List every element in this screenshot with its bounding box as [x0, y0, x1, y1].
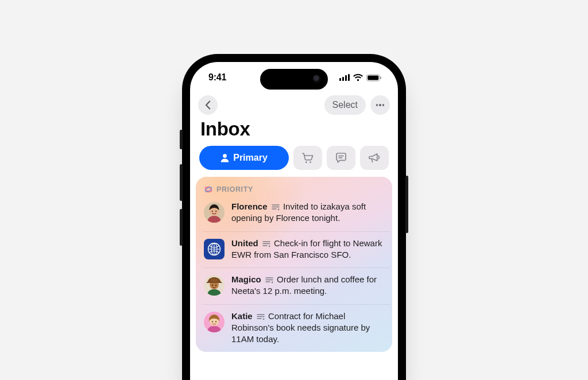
avatar: [204, 275, 225, 296]
svg-point-11: [212, 211, 213, 212]
ellipsis-icon: [376, 104, 378, 106]
tab-updates[interactable]: [327, 146, 355, 170]
avatar: [204, 202, 225, 223]
summary-text: Contract for Michael Robinson's book nee…: [231, 311, 370, 344]
summary-icon: [265, 276, 273, 284]
svg-point-3: [305, 161, 307, 163]
priority-item-body: Magico Order lunch and coffee for Neeta'…: [231, 274, 386, 297]
tab-transactions[interactable]: [293, 146, 322, 170]
nav-row: Select: [190, 93, 398, 117]
svg-point-26: [215, 321, 216, 322]
svg-point-20: [212, 285, 213, 286]
avatar: [204, 239, 225, 259]
megaphone-icon: [369, 153, 380, 163]
battery-icon: [366, 74, 382, 82]
more-button[interactable]: [370, 95, 390, 115]
phone-side-button: [180, 130, 183, 149]
priority-item[interactable]: Magico Order lunch and coffee for Neeta'…: [203, 267, 390, 304]
priority-item[interactable]: Florence Invited to izakaya soft opening…: [203, 200, 390, 231]
svg-point-21: [215, 285, 216, 286]
svg-rect-1: [368, 75, 378, 80]
sender-name: Katie: [231, 311, 253, 321]
wifi-icon: [353, 74, 363, 82]
phone-side-button: [180, 164, 183, 201]
select-button[interactable]: Select: [324, 95, 366, 115]
priority-label: PRIORITY: [216, 185, 253, 193]
status-time: 9:41: [208, 72, 226, 83]
sender-name: Magico: [231, 274, 261, 284]
phone-frame: 9:41 Sele: [182, 54, 406, 380]
priority-item[interactable]: United Check-in for flight to Newark EWR…: [203, 231, 390, 268]
svg-point-12: [215, 211, 216, 212]
apple-intelligence-icon: [204, 185, 213, 194]
category-row: Primary: [190, 144, 398, 177]
screen: 9:41 Sele: [190, 62, 398, 380]
page-title: Inbox: [190, 117, 398, 144]
tab-promotions[interactable]: [360, 146, 389, 170]
svg-point-4: [310, 161, 311, 163]
person-icon: [220, 153, 229, 162]
priority-item-body: United Check-in for flight to Newark EWR…: [231, 238, 386, 261]
svg-rect-2: [380, 76, 381, 79]
back-button[interactable]: [198, 95, 218, 115]
sender-name: Florence: [231, 201, 268, 211]
tab-primary[interactable]: Primary: [199, 146, 289, 170]
priority-item-body: Katie Contract for Michael Robinson's bo…: [231, 311, 386, 346]
avatar: [204, 312, 225, 332]
dynamic-island: [260, 69, 328, 90]
priority-card: PRIORITY Florence Invited to izakaya sof…: [196, 177, 392, 352]
phone-side-button: [405, 176, 408, 233]
summary-icon: [257, 313, 265, 320]
cellular-icon: [339, 74, 350, 82]
tab-primary-label: Primary: [233, 153, 268, 163]
sender-name: United: [231, 238, 258, 248]
priority-item[interactable]: Katie Contract for Michael Robinson's bo…: [203, 304, 390, 352]
summary-icon: [262, 240, 270, 247]
phone-side-button: [180, 209, 183, 246]
svg-rect-19: [211, 279, 218, 282]
cart-icon: [302, 153, 314, 164]
priority-item-body: Florence Invited to izakaya soft opening…: [231, 201, 386, 224]
select-button-label: Select: [332, 100, 358, 110]
svg-point-25: [212, 321, 213, 322]
chat-icon: [335, 153, 347, 164]
summary-icon: [272, 203, 280, 211]
chevron-left-icon: [205, 100, 211, 110]
